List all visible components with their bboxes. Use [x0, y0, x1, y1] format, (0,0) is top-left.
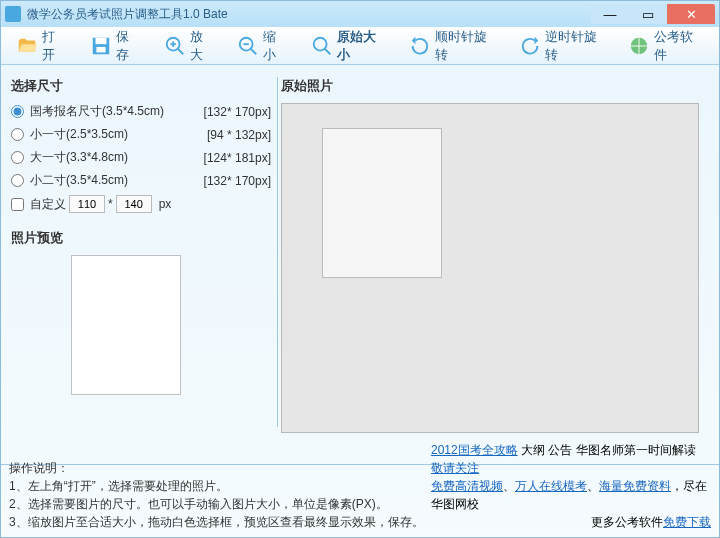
custom-checkbox[interactable]	[11, 198, 24, 211]
maximize-button[interactable]: ▭	[629, 4, 667, 24]
zoom-out-icon	[237, 34, 259, 58]
size-radio-2[interactable]	[11, 151, 24, 164]
promo-link-follow[interactable]: 敬请关注	[431, 461, 479, 475]
open-label: 打开	[42, 28, 66, 64]
window-title: 微学公务员考试照片调整工具1.0 Bate	[27, 6, 591, 23]
rotate-ccw-label: 逆时针旋转	[545, 28, 605, 64]
app-icon	[5, 6, 21, 22]
size-dim-1: [94 * 132px]	[207, 128, 271, 142]
original-size-button[interactable]: 原始大小	[300, 24, 396, 68]
custom-width-input[interactable]	[69, 195, 105, 213]
svg-line-8	[251, 48, 257, 54]
size-option-2[interactable]: 大一寸(3.3*4.8cm) [124* 181px]	[11, 149, 271, 166]
original-size-icon	[311, 34, 333, 58]
size-radio-3[interactable]	[11, 174, 24, 187]
size-option-1[interactable]: 小一寸(2.5*3.5cm) [94 * 132px]	[11, 126, 271, 143]
save-button[interactable]: 保存	[79, 24, 151, 68]
exam-software-label: 公考软件	[654, 28, 702, 64]
vertical-divider	[277, 77, 278, 427]
toolbar: 打开 保存 放大 缩小 原始大小 顺时针旋转 逆时针旋转 公考软件	[1, 27, 719, 65]
selection-frame[interactable]	[322, 128, 442, 278]
folder-open-icon	[16, 34, 38, 58]
zoom-out-button[interactable]: 缩小	[226, 24, 298, 68]
preview-title: 照片预览	[11, 229, 271, 247]
titlebar: 微学公务员考试照片调整工具1.0 Bate — ▭ ✕	[1, 1, 719, 27]
exam-software-button[interactable]: 公考软件	[617, 24, 713, 68]
promo-link-material[interactable]: 海量免费资料	[599, 479, 671, 493]
save-label: 保存	[116, 28, 140, 64]
svg-rect-1	[95, 37, 106, 43]
zoom-in-button[interactable]: 放大	[153, 24, 225, 68]
window-controls: — ▭ ✕	[591, 4, 715, 24]
size-dim-2: [124* 181px]	[204, 151, 271, 165]
globe-icon	[628, 34, 650, 58]
right-panel: 原始照片	[281, 77, 709, 439]
svg-point-10	[314, 37, 327, 50]
custom-height-input[interactable]	[116, 195, 152, 213]
promo-text: 2012国考全攻略 大纲 公告 华图名师第一时间解读 敬请关注 免费高清视频、万…	[431, 441, 711, 531]
svg-line-4	[177, 48, 183, 54]
zoom-in-label: 放大	[190, 28, 214, 64]
close-button[interactable]: ✕	[667, 4, 715, 24]
promo-link-guide[interactable]: 2012国考全攻略	[431, 443, 518, 457]
size-option-3[interactable]: 小二寸(3.5*4.5cm) [132* 170px]	[11, 172, 271, 189]
open-button[interactable]: 打开	[5, 24, 77, 68]
size-option-0[interactable]: 国考报名尺寸(3.5*4.5cm) [132* 170px]	[11, 103, 271, 120]
rotate-ccw-button[interactable]: 逆时针旋转	[508, 24, 616, 68]
preview-box	[71, 255, 181, 395]
original-photo-box[interactable]	[281, 103, 699, 433]
size-label-3: 小二寸(3.5*4.5cm)	[30, 172, 128, 189]
save-icon	[90, 34, 112, 58]
size-dim-0: [132* 170px]	[204, 105, 271, 119]
custom-size-row: 自定义 * px	[11, 195, 271, 213]
px-label: px	[159, 197, 172, 211]
size-label-0: 国考报名尺寸(3.5*4.5cm)	[30, 103, 164, 120]
rotate-cw-label: 顺时针旋转	[435, 28, 495, 64]
custom-label: 自定义	[30, 196, 66, 213]
rotate-cw-icon	[409, 34, 431, 58]
svg-rect-2	[96, 46, 105, 51]
size-radio-1[interactable]	[11, 128, 24, 141]
promo-link-download[interactable]: 免费下载	[663, 515, 711, 529]
left-panel: 选择尺寸 国考报名尺寸(3.5*4.5cm) [132* 170px] 小一寸(…	[11, 77, 271, 439]
svg-line-11	[325, 48, 331, 54]
promo-link-mock[interactable]: 万人在线模考	[515, 479, 587, 493]
rotate-ccw-icon	[519, 34, 541, 58]
rotate-cw-button[interactable]: 顺时针旋转	[398, 24, 506, 68]
zoom-in-icon	[164, 34, 186, 58]
size-radio-0[interactable]	[11, 105, 24, 118]
content-area: 选择尺寸 国考报名尺寸(3.5*4.5cm) [132* 170px] 小一寸(…	[1, 65, 719, 439]
zoom-out-label: 缩小	[263, 28, 287, 64]
promo-link-video[interactable]: 免费高清视频	[431, 479, 503, 493]
size-label-1: 小一寸(2.5*3.5cm)	[30, 126, 128, 143]
select-size-title: 选择尺寸	[11, 77, 271, 95]
minimize-button[interactable]: —	[591, 4, 629, 24]
size-label-2: 大一寸(3.3*4.8cm)	[30, 149, 128, 166]
size-dim-3: [132* 170px]	[204, 174, 271, 188]
original-size-label: 原始大小	[337, 28, 385, 64]
size-options: 国考报名尺寸(3.5*4.5cm) [132* 170px] 小一寸(2.5*3…	[11, 103, 271, 213]
original-title: 原始照片	[281, 77, 709, 95]
